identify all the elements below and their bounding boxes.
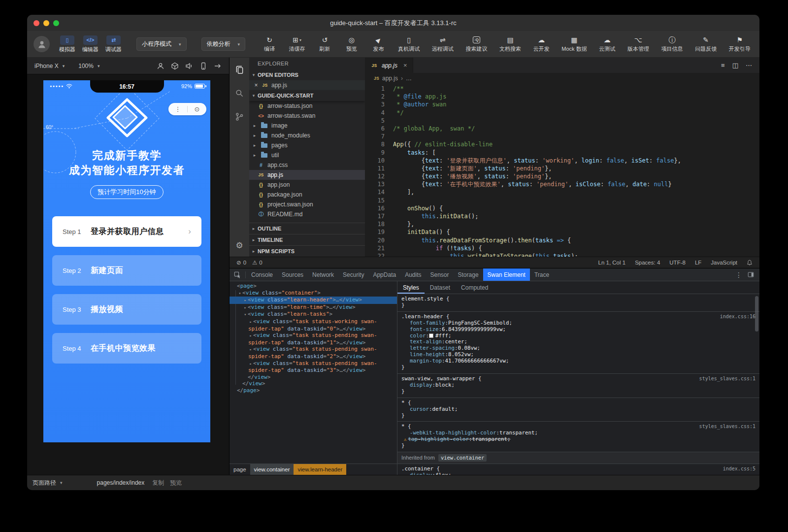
preview-path-button[interactable]: 预览 xyxy=(170,479,182,487)
css-property-row[interactable]: margin-top:41.70666666666667vw; xyxy=(401,358,755,365)
folder-item-node-modules[interactable]: ▸node_modules xyxy=(249,131,365,140)
devtools-tab-storage[interactable]: Storage xyxy=(454,268,483,281)
dock-side-icon[interactable] xyxy=(748,271,754,278)
toolbar-action-cloud-dev[interactable]: ☁云开发 xyxy=(533,36,550,53)
page-path-label[interactable]: 页面路径 xyxy=(33,479,56,487)
toolbar-action-remote-debug[interactable]: ⇌远程调试 xyxy=(432,36,454,53)
minimize-window-button[interactable] xyxy=(43,20,49,26)
eol-setting[interactable]: LF xyxy=(695,260,701,266)
zoom-window-button[interactable] xyxy=(53,20,59,26)
dom-tree-row[interactable]: ▸<view class="learn-header">…</view> xyxy=(230,297,397,304)
search-activity-icon[interactable] xyxy=(233,87,245,99)
stylesheet-link[interactable]: index.css:5 xyxy=(718,466,755,472)
dom-tree-row[interactable]: ▾<view class="container"> xyxy=(230,290,397,297)
file-item-app-json[interactable]: {}app.json xyxy=(249,180,365,190)
stylesheet-link[interactable]: index.css:16 xyxy=(715,314,755,320)
file-item-project-swan-json[interactable]: {}project.swan.json xyxy=(249,200,365,209)
account-icon[interactable] xyxy=(157,62,164,70)
close-window-button[interactable] xyxy=(33,20,39,26)
capsule-menu-button[interactable]: ⋮ xyxy=(168,106,187,112)
file-item-package-json[interactable]: {}package.json xyxy=(249,190,365,200)
toolbar-action-publish[interactable]: ▶发布 xyxy=(371,36,386,53)
stylesheet-link[interactable]: styles_slaves.css:1 xyxy=(694,424,755,430)
toolbar-action-cloud-test[interactable]: ☁云测试 xyxy=(599,36,615,53)
indentation-setting[interactable]: Spaces: 4 xyxy=(635,260,660,266)
sidebar-section-timeline[interactable]: ▸TIMELINE xyxy=(249,234,365,245)
css-selector[interactable]: element.style { xyxy=(401,296,450,302)
split-editor-icon[interactable]: ◫ xyxy=(732,62,738,69)
toggle-debugger[interactable]: ⇄调试器 xyxy=(105,35,122,53)
toolbar-action-device-debug[interactable]: ▯真机调试 xyxy=(398,36,420,53)
kebab-menu-icon[interactable]: ⋮ xyxy=(735,271,742,279)
encoding-setting[interactable]: UTF-8 xyxy=(669,260,686,266)
file-item-app-js[interactable]: JSapp.js xyxy=(249,170,365,180)
explorer-activity-icon[interactable] xyxy=(233,64,245,75)
dom-tree-row[interactable]: </view> xyxy=(230,374,397,381)
toolbar-action-mock-data[interactable]: ▦Mock 数据 xyxy=(561,36,587,53)
problems-warnings[interactable]: ⚠ 0 xyxy=(252,259,263,266)
file-item-readme-md[interactable]: ⓘREADME.md xyxy=(249,209,365,219)
dom-tree-row[interactable]: ▾<view class="learn-tasks"> xyxy=(230,311,397,318)
chevron-down-icon[interactable]: ▾ xyxy=(60,480,63,485)
folder-item-pages[interactable]: ▸pages xyxy=(249,140,365,150)
sidebar-section-npm-scripts[interactable]: ▸NPM SCRIPTS xyxy=(249,245,365,257)
devtools-tab-sensor[interactable]: Sensor xyxy=(426,268,454,281)
toggle-simulator[interactable]: ▯模拟器 xyxy=(59,35,75,53)
css-property-row[interactable]: display:block; xyxy=(401,382,755,389)
toolbar-action-guide[interactable]: ⚑开发引导 xyxy=(729,36,751,53)
device-select[interactable]: iPhone X ▾ xyxy=(34,63,65,69)
devtools-tab-appdata[interactable]: AppData xyxy=(368,268,400,281)
folder-item-util[interactable]: ▸util xyxy=(249,150,365,160)
step-card-2[interactable]: Step 2新建页面 xyxy=(52,255,201,286)
open-arrow-icon[interactable] xyxy=(214,62,222,70)
css-property-row[interactable]: ⚠tap-highlight-color:transparent; xyxy=(401,436,755,443)
copy-path-button[interactable]: 复制 xyxy=(152,479,164,487)
file-item-arrow-status-swan[interactable]: <>arrow-status.swan xyxy=(249,111,365,121)
dom-tree-row[interactable]: <page> xyxy=(230,283,397,290)
devtools-tab-console[interactable]: Console xyxy=(247,268,277,281)
settings-gear-icon[interactable]: ⚙ xyxy=(235,240,243,251)
toolbar-action-refresh[interactable]: ↺刷新 xyxy=(317,36,332,53)
dom-tree-row[interactable]: ▸<view class="learn-time">…</view> xyxy=(230,304,397,311)
step-card-1[interactable]: Step 1登录并获取用户信息› xyxy=(52,216,201,247)
dom-tree-row[interactable]: ▸<view class="task status-pending swan-s… xyxy=(230,346,397,360)
styles-tab-dataset[interactable]: Dataset xyxy=(425,281,456,294)
toolbar-action-cache[interactable]: ⊞▾清缓存 xyxy=(289,36,305,53)
open-editors-header[interactable]: ▾ OPEN EDITORS xyxy=(249,69,365,80)
dom-tree-row[interactable]: ▸<view class="task status-pending swan-s… xyxy=(230,360,397,374)
toolbar-dropdown-0[interactable]: 小程序模式▾ xyxy=(136,37,187,51)
language-mode[interactable]: JavaScript xyxy=(711,260,737,266)
toolbar-dropdown-1[interactable]: 依赖分析▾ xyxy=(201,37,246,51)
user-avatar[interactable] xyxy=(33,36,50,52)
devtools-tab-sources[interactable]: Sources xyxy=(277,268,308,281)
dom-tree-row[interactable]: ▸<view class="task status-working swan-s… xyxy=(230,318,397,332)
css-property-row[interactable]: cursor:default; xyxy=(401,406,755,413)
devtools-tab-security[interactable]: Security xyxy=(338,268,368,281)
toolbar-action-search-suggest[interactable]: :Q搜索建议 xyxy=(465,36,487,53)
device-icon[interactable] xyxy=(199,62,207,70)
step-card-4[interactable]: Step 4在手机中预览效果 xyxy=(52,333,201,364)
inspect-element-icon[interactable] xyxy=(230,271,245,278)
close-icon[interactable]: × xyxy=(254,82,259,89)
toolbar-action-doc-search[interactable]: ▤文档搜索 xyxy=(499,36,521,53)
open-editor-item[interactable]: × JS app.js xyxy=(249,80,365,90)
css-property-row[interactable]: font-size:6.843999999999999vw; xyxy=(401,327,755,333)
folder-item-image[interactable]: ▸image xyxy=(249,121,365,131)
source-control-activity-icon[interactable] xyxy=(233,111,245,123)
layout-icon[interactable]: ≡ xyxy=(721,62,725,69)
devtools-tab-audits[interactable]: Audits xyxy=(400,268,426,281)
cube-icon[interactable] xyxy=(171,62,179,70)
devtools-tab-trace[interactable]: Trace xyxy=(530,268,554,281)
notifications-bell-icon[interactable] xyxy=(747,260,753,266)
cursor-position[interactable]: Ln 1, Col 1 xyxy=(598,260,626,266)
toolbar-action-version[interactable]: ⌥版本管理 xyxy=(627,36,649,53)
devtools-tab-network[interactable]: Network xyxy=(308,268,338,281)
dom-tree-row[interactable]: </view> xyxy=(230,380,397,387)
sound-icon[interactable] xyxy=(185,62,193,70)
toolbar-action-preview[interactable]: ◎预览 xyxy=(344,36,359,53)
project-folder-header[interactable]: ▾ GUIDE-QUICK-START xyxy=(249,90,365,101)
file-item-app-css[interactable]: #app.css xyxy=(249,160,365,170)
editor-tab-appjs[interactable]: JS app.js × xyxy=(365,58,413,73)
problems-errors[interactable]: ⊘ 0 xyxy=(236,259,246,266)
styles-tab-computed[interactable]: Computed xyxy=(456,281,493,294)
